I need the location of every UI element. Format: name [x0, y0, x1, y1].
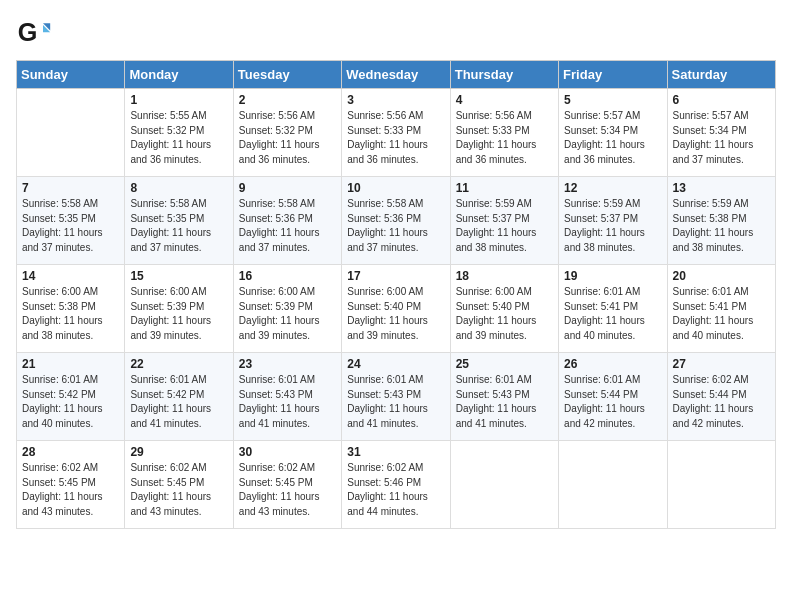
- page-header: G: [16, 16, 776, 52]
- calendar-cell: 30Sunrise: 6:02 AM Sunset: 5:45 PM Dayli…: [233, 441, 341, 529]
- day-info: Sunrise: 6:01 AM Sunset: 5:43 PM Dayligh…: [456, 373, 553, 431]
- day-info: Sunrise: 5:55 AM Sunset: 5:32 PM Dayligh…: [130, 109, 227, 167]
- calendar-cell: [17, 89, 125, 177]
- day-number: 3: [347, 93, 444, 107]
- day-number: 12: [564, 181, 661, 195]
- day-info: Sunrise: 5:56 AM Sunset: 5:33 PM Dayligh…: [456, 109, 553, 167]
- day-number: 30: [239, 445, 336, 459]
- day-info: Sunrise: 6:02 AM Sunset: 5:45 PM Dayligh…: [239, 461, 336, 519]
- calendar-cell: 14Sunrise: 6:00 AM Sunset: 5:38 PM Dayli…: [17, 265, 125, 353]
- calendar-week-5: 28Sunrise: 6:02 AM Sunset: 5:45 PM Dayli…: [17, 441, 776, 529]
- calendar-cell: 31Sunrise: 6:02 AM Sunset: 5:46 PM Dayli…: [342, 441, 450, 529]
- calendar-cell: 26Sunrise: 6:01 AM Sunset: 5:44 PM Dayli…: [559, 353, 667, 441]
- calendar-cell: 8Sunrise: 5:58 AM Sunset: 5:35 PM Daylig…: [125, 177, 233, 265]
- day-info: Sunrise: 5:56 AM Sunset: 5:32 PM Dayligh…: [239, 109, 336, 167]
- calendar-week-1: 1Sunrise: 5:55 AM Sunset: 5:32 PM Daylig…: [17, 89, 776, 177]
- column-header-wednesday: Wednesday: [342, 61, 450, 89]
- calendar-cell: 16Sunrise: 6:00 AM Sunset: 5:39 PM Dayli…: [233, 265, 341, 353]
- day-info: Sunrise: 6:00 AM Sunset: 5:40 PM Dayligh…: [347, 285, 444, 343]
- day-info: Sunrise: 6:01 AM Sunset: 5:41 PM Dayligh…: [564, 285, 661, 343]
- day-info: Sunrise: 5:57 AM Sunset: 5:34 PM Dayligh…: [673, 109, 770, 167]
- calendar-cell: 25Sunrise: 6:01 AM Sunset: 5:43 PM Dayli…: [450, 353, 558, 441]
- calendar-cell: 22Sunrise: 6:01 AM Sunset: 5:42 PM Dayli…: [125, 353, 233, 441]
- calendar-cell: 12Sunrise: 5:59 AM Sunset: 5:37 PM Dayli…: [559, 177, 667, 265]
- svg-text:G: G: [18, 18, 38, 46]
- day-number: 21: [22, 357, 119, 371]
- day-number: 27: [673, 357, 770, 371]
- calendar-body: 1Sunrise: 5:55 AM Sunset: 5:32 PM Daylig…: [17, 89, 776, 529]
- day-number: 17: [347, 269, 444, 283]
- day-number: 9: [239, 181, 336, 195]
- day-info: Sunrise: 6:00 AM Sunset: 5:40 PM Dayligh…: [456, 285, 553, 343]
- calendar-cell: 29Sunrise: 6:02 AM Sunset: 5:45 PM Dayli…: [125, 441, 233, 529]
- calendar-cell: 6Sunrise: 5:57 AM Sunset: 5:34 PM Daylig…: [667, 89, 775, 177]
- day-info: Sunrise: 6:01 AM Sunset: 5:42 PM Dayligh…: [130, 373, 227, 431]
- day-number: 22: [130, 357, 227, 371]
- day-number: 18: [456, 269, 553, 283]
- calendar-cell: 19Sunrise: 6:01 AM Sunset: 5:41 PM Dayli…: [559, 265, 667, 353]
- column-header-thursday: Thursday: [450, 61, 558, 89]
- calendar-cell: 13Sunrise: 5:59 AM Sunset: 5:38 PM Dayli…: [667, 177, 775, 265]
- logo: G: [16, 16, 56, 52]
- calendar-cell: 7Sunrise: 5:58 AM Sunset: 5:35 PM Daylig…: [17, 177, 125, 265]
- day-info: Sunrise: 6:01 AM Sunset: 5:44 PM Dayligh…: [564, 373, 661, 431]
- day-number: 23: [239, 357, 336, 371]
- day-number: 26: [564, 357, 661, 371]
- calendar-cell: 27Sunrise: 6:02 AM Sunset: 5:44 PM Dayli…: [667, 353, 775, 441]
- calendar-cell: 5Sunrise: 5:57 AM Sunset: 5:34 PM Daylig…: [559, 89, 667, 177]
- day-number: 11: [456, 181, 553, 195]
- calendar-cell: 17Sunrise: 6:00 AM Sunset: 5:40 PM Dayli…: [342, 265, 450, 353]
- column-header-monday: Monday: [125, 61, 233, 89]
- calendar-cell: 24Sunrise: 6:01 AM Sunset: 5:43 PM Dayli…: [342, 353, 450, 441]
- calendar-cell: 23Sunrise: 6:01 AM Sunset: 5:43 PM Dayli…: [233, 353, 341, 441]
- day-info: Sunrise: 6:02 AM Sunset: 5:46 PM Dayligh…: [347, 461, 444, 519]
- day-info: Sunrise: 5:58 AM Sunset: 5:36 PM Dayligh…: [239, 197, 336, 255]
- day-info: Sunrise: 6:01 AM Sunset: 5:41 PM Dayligh…: [673, 285, 770, 343]
- day-number: 16: [239, 269, 336, 283]
- day-number: 4: [456, 93, 553, 107]
- day-number: 29: [130, 445, 227, 459]
- day-number: 28: [22, 445, 119, 459]
- calendar-cell: 3Sunrise: 5:56 AM Sunset: 5:33 PM Daylig…: [342, 89, 450, 177]
- day-info: Sunrise: 5:59 AM Sunset: 5:37 PM Dayligh…: [456, 197, 553, 255]
- calendar-week-2: 7Sunrise: 5:58 AM Sunset: 5:35 PM Daylig…: [17, 177, 776, 265]
- day-info: Sunrise: 5:58 AM Sunset: 5:35 PM Dayligh…: [130, 197, 227, 255]
- day-info: Sunrise: 6:01 AM Sunset: 5:42 PM Dayligh…: [22, 373, 119, 431]
- calendar-cell: 4Sunrise: 5:56 AM Sunset: 5:33 PM Daylig…: [450, 89, 558, 177]
- day-number: 25: [456, 357, 553, 371]
- day-number: 7: [22, 181, 119, 195]
- calendar-cell: [559, 441, 667, 529]
- calendar-week-4: 21Sunrise: 6:01 AM Sunset: 5:42 PM Dayli…: [17, 353, 776, 441]
- calendar-header: SundayMondayTuesdayWednesdayThursdayFrid…: [17, 61, 776, 89]
- day-number: 8: [130, 181, 227, 195]
- column-header-tuesday: Tuesday: [233, 61, 341, 89]
- day-number: 24: [347, 357, 444, 371]
- day-number: 20: [673, 269, 770, 283]
- day-number: 14: [22, 269, 119, 283]
- day-number: 13: [673, 181, 770, 195]
- calendar-cell: 28Sunrise: 6:02 AM Sunset: 5:45 PM Dayli…: [17, 441, 125, 529]
- calendar-cell: 18Sunrise: 6:00 AM Sunset: 5:40 PM Dayli…: [450, 265, 558, 353]
- day-info: Sunrise: 5:58 AM Sunset: 5:35 PM Dayligh…: [22, 197, 119, 255]
- calendar-cell: 15Sunrise: 6:00 AM Sunset: 5:39 PM Dayli…: [125, 265, 233, 353]
- day-info: Sunrise: 5:59 AM Sunset: 5:38 PM Dayligh…: [673, 197, 770, 255]
- day-number: 2: [239, 93, 336, 107]
- calendar-cell: 11Sunrise: 5:59 AM Sunset: 5:37 PM Dayli…: [450, 177, 558, 265]
- calendar-cell: 9Sunrise: 5:58 AM Sunset: 5:36 PM Daylig…: [233, 177, 341, 265]
- calendar-cell: 10Sunrise: 5:58 AM Sunset: 5:36 PM Dayli…: [342, 177, 450, 265]
- day-number: 5: [564, 93, 661, 107]
- column-header-friday: Friday: [559, 61, 667, 89]
- day-number: 10: [347, 181, 444, 195]
- day-number: 15: [130, 269, 227, 283]
- day-info: Sunrise: 6:00 AM Sunset: 5:39 PM Dayligh…: [130, 285, 227, 343]
- day-info: Sunrise: 5:59 AM Sunset: 5:37 PM Dayligh…: [564, 197, 661, 255]
- column-header-saturday: Saturday: [667, 61, 775, 89]
- day-info: Sunrise: 6:00 AM Sunset: 5:39 PM Dayligh…: [239, 285, 336, 343]
- calendar-cell: 20Sunrise: 6:01 AM Sunset: 5:41 PM Dayli…: [667, 265, 775, 353]
- day-info: Sunrise: 6:02 AM Sunset: 5:45 PM Dayligh…: [22, 461, 119, 519]
- column-header-sunday: Sunday: [17, 61, 125, 89]
- calendar-cell: 2Sunrise: 5:56 AM Sunset: 5:32 PM Daylig…: [233, 89, 341, 177]
- day-info: Sunrise: 5:56 AM Sunset: 5:33 PM Dayligh…: [347, 109, 444, 167]
- day-info: Sunrise: 6:01 AM Sunset: 5:43 PM Dayligh…: [347, 373, 444, 431]
- day-info: Sunrise: 6:01 AM Sunset: 5:43 PM Dayligh…: [239, 373, 336, 431]
